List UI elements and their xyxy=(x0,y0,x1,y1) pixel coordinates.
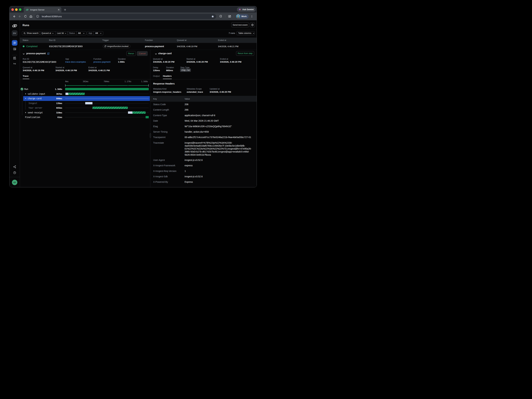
tab-close-icon[interactable] xyxy=(58,9,60,11)
minimap-handle[interactable] xyxy=(148,84,149,87)
tab-output[interactable]: Output xyxy=(153,75,160,77)
rerun-from-step-button[interactable]: Rerun from step xyxy=(236,51,254,56)
close-window-button[interactable] xyxy=(11,8,14,11)
trace-row-inngest[interactable]: Inngest135ms xyxy=(23,101,150,106)
trace-row-label: Finalization xyxy=(25,116,40,118)
info-icon xyxy=(36,15,39,18)
extensions-button[interactable] xyxy=(218,14,223,19)
queued-at-filter-label: Queued at xyxy=(41,32,51,34)
profile-button[interactable]: Work xyxy=(236,14,248,19)
queued-at-field-select[interactable]: Queued at xyxy=(40,31,55,35)
doc-search-icon xyxy=(13,48,16,51)
browser-menu-button[interactable] xyxy=(250,14,254,19)
sidebar-item-terminal[interactable] xyxy=(13,62,16,65)
sidebar-item-help[interactable] xyxy=(13,171,16,174)
trace-row-your-server[interactable]: Your server665ms xyxy=(23,105,150,110)
ask-gemini-button[interactable]: Ask Gemini xyxy=(237,7,256,12)
trace-row-charge-card[interactable]: charge-card800ms xyxy=(23,96,150,101)
sidebar-item-runs[interactable] xyxy=(12,40,18,46)
rerun-button[interactable]: Rerun xyxy=(127,51,136,56)
tab-trace[interactable]: Trace xyxy=(23,75,28,77)
run-table-row[interactable]: Completed 01KJXD1TQCZ852GMEX0CQF3D69 inn… xyxy=(20,43,257,50)
header-key: Content-Length xyxy=(153,108,184,111)
desktop-background: Inngest Server Ask Gemini xyxy=(0,0,266,199)
trace-row-send-receipt[interactable]: send-receipt328ms xyxy=(23,110,150,115)
header-key: Status Code xyxy=(153,103,184,106)
step-type-badge: step.run xyxy=(180,68,191,72)
chevron-down-icon[interactable] xyxy=(25,98,26,99)
back-button[interactable] xyxy=(12,14,16,19)
forward-button[interactable] xyxy=(18,14,22,19)
status-filter[interactable]: Status All xyxy=(67,31,86,35)
search-tabs-button[interactable] xyxy=(227,14,232,19)
trace-row-validate-input[interactable]: validate-input367ms xyxy=(23,92,150,96)
chevron-right-icon[interactable] xyxy=(25,93,26,95)
column-header-function: Function xyxy=(145,39,153,41)
step-started-value: 3/4/2026, 4:46:20 PM xyxy=(186,61,208,63)
trace-minimap[interactable] xyxy=(65,84,149,87)
send-test-event-button[interactable]: Send test event xyxy=(231,22,249,27)
minimap-handle[interactable] xyxy=(65,84,65,87)
site-info-button[interactable] xyxy=(35,14,40,19)
trace-row-duration: 367ms xyxy=(56,92,62,95)
app-label: App xyxy=(65,58,69,60)
axis-tick-label: 392ms xyxy=(83,80,89,83)
header-row-x-inngest-req-version: X-Inngest-Req-Version1 xyxy=(150,168,257,174)
sidebar-divider xyxy=(12,55,17,55)
url-text[interactable]: localhost:8288/runs xyxy=(42,15,211,18)
run-detail-title: process-payment xyxy=(26,52,45,55)
external-link-icon[interactable] xyxy=(47,52,50,55)
collapse-run-chevron-icon[interactable] xyxy=(22,53,25,55)
sidebar-item-events[interactable] xyxy=(13,48,16,51)
step-detail-panel: charge-card Rerun from step Queued at 3/… xyxy=(150,50,257,187)
settings-button[interactable] xyxy=(250,22,255,27)
column-header-trigger: Trigger xyxy=(102,39,109,41)
maximize-window-button[interactable] xyxy=(19,8,21,11)
filter-bar: Show search Queued at Last 3d xyxy=(20,31,257,35)
home-button[interactable] xyxy=(29,14,33,19)
minimize-window-button[interactable] xyxy=(15,8,18,11)
app-link[interactable]: trace-docs-examples xyxy=(65,61,86,63)
step-started-label: Started at xyxy=(186,58,195,60)
app-filter[interactable]: App All xyxy=(87,31,103,35)
header-row-content-length: Content-Length266 xyxy=(150,107,257,113)
status-select[interactable]: All xyxy=(76,31,86,35)
new-tab-button[interactable] xyxy=(63,8,67,12)
time-range-select[interactable]: Last 3d xyxy=(56,31,68,35)
bookmark-star-icon[interactable] xyxy=(211,15,214,18)
table-columns-button[interactable]: Table columns xyxy=(237,31,255,35)
address-bar[interactable]: localhost:8288/runs xyxy=(35,14,216,19)
gear-icon xyxy=(251,24,254,26)
show-search-button[interactable]: Show search xyxy=(22,31,40,35)
cancel-button[interactable]: Cancel xyxy=(137,51,148,56)
trigger-badge[interactable]: inngest/function.invoked xyxy=(103,44,130,48)
app-select[interactable]: All xyxy=(94,31,103,35)
headers-tab-underline xyxy=(163,79,172,79)
app-filter-value: All xyxy=(95,32,98,34)
header-value: application/json; charset=utf-8 xyxy=(184,114,254,117)
collapse-step-chevron-icon[interactable] xyxy=(155,53,157,55)
trace-row-finalization[interactable]: Finalization61ms xyxy=(23,115,150,120)
function-link[interactable]: process-payment xyxy=(94,61,111,63)
trace-row-track xyxy=(65,101,149,106)
sidebar-item-share[interactable] xyxy=(13,165,16,168)
time-range-value: Last 3d xyxy=(57,32,64,34)
trace-bar-exec xyxy=(133,111,146,114)
table-columns-label: Table columns xyxy=(238,32,251,34)
reload-button[interactable] xyxy=(23,14,28,19)
header-row-x-powered-by: X-Powered-ByExpress xyxy=(150,179,257,185)
sidebar-env-badge[interactable]: DV xyxy=(12,31,18,36)
tab-headers[interactable]: Headers xyxy=(163,75,171,77)
trace-bar-exec xyxy=(92,107,128,109)
ended-at-label: Ended at xyxy=(88,66,96,69)
trace-bar-delay xyxy=(128,111,133,114)
run-status: Completed xyxy=(26,45,38,48)
queued-at-filter[interactable]: Queued at Last 3d xyxy=(40,31,68,35)
avatar xyxy=(236,14,240,18)
browser-tab[interactable]: Inngest Server xyxy=(24,7,61,12)
chevron-right-icon[interactable] xyxy=(25,112,26,113)
header-key: X-Powered-By xyxy=(153,180,184,183)
sidebar-item-apps[interactable] xyxy=(13,56,16,60)
trace-row-run[interactable]: Run1.568s xyxy=(23,87,150,92)
dev-server-button[interactable] xyxy=(12,180,18,185)
